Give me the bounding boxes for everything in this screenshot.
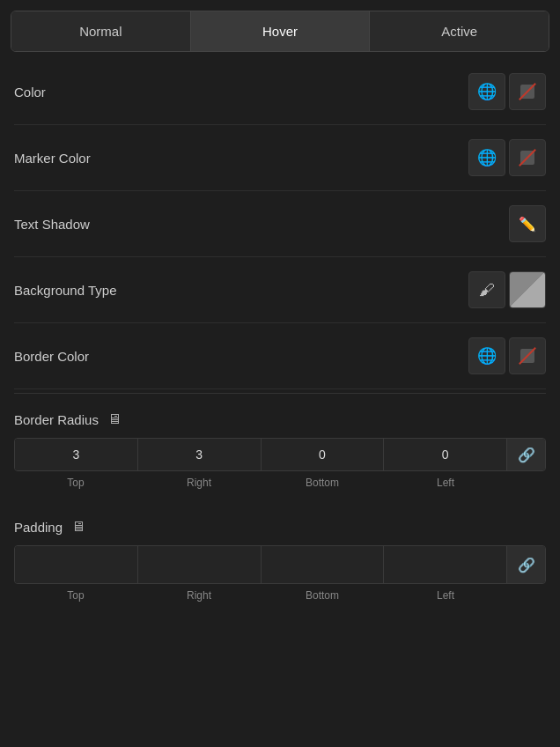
border-globe-btn[interactable]: 🌐 <box>468 337 505 374</box>
marker-color-label: Marker Color <box>14 151 91 166</box>
padding-right-input[interactable] <box>138 546 261 578</box>
tab-hover[interactable]: Hover <box>191 11 371 51</box>
marker-slash-btn[interactable] <box>509 139 546 176</box>
br-spacer <box>507 475 546 491</box>
padding-title: Padding <box>14 520 63 535</box>
padding-monitor-icon[interactable]: 🖥 <box>71 519 85 535</box>
border-radius-title: Border Radius <box>14 412 99 427</box>
padding-inputs <box>15 546 506 583</box>
border-radius-monitor-icon[interactable]: 🖥 <box>107 411 122 427</box>
border-radius-right-input[interactable] <box>138 439 261 470</box>
border-slash-icon <box>518 346 537 366</box>
border-radius-top-input[interactable] <box>15 439 137 470</box>
padding-inputs-wrapper: 🔗 <box>14 545 546 584</box>
border-slash-btn[interactable] <box>509 337 546 374</box>
padding-bottom-cell <box>262 546 385 583</box>
color-row: Color 🌐 <box>14 59 546 125</box>
pad-bottom-label: Bottom <box>261 588 384 603</box>
color-controls: 🌐 <box>468 73 546 110</box>
divider-1 <box>14 393 546 394</box>
border-radius-left-cell <box>384 439 506 470</box>
main-content: Color 🌐 Marker Color 🌐 Text Shadow ✏️ <box>0 52 560 625</box>
background-paintbrush-btn[interactable]: 🖌 <box>468 271 505 308</box>
pencil-icon: ✏️ <box>519 216 536 233</box>
border-radius-link-btn[interactable]: 🔗 <box>506 439 545 470</box>
border-radius-bottom-input[interactable] <box>262 439 384 470</box>
border-radius-inputs <box>15 439 506 470</box>
border-radius-top-cell <box>15 439 138 470</box>
background-preview[interactable] <box>509 271 546 308</box>
br-right-label: Right <box>137 475 261 491</box>
border-radius-header: Border Radius 🖥 <box>14 397 546 438</box>
text-shadow-controls: ✏️ <box>509 205 546 242</box>
padding-top-input[interactable] <box>15 546 137 578</box>
pad-top-label: Top <box>14 588 137 603</box>
border-color-row: Border Color 🌐 <box>14 323 546 389</box>
text-shadow-pencil-btn[interactable]: ✏️ <box>509 205 546 242</box>
pad-left-label: Left <box>384 588 507 603</box>
padding-link-icon: 🔗 <box>518 557 535 573</box>
background-type-controls: 🖌 <box>468 271 546 308</box>
text-shadow-label: Text Shadow <box>14 217 90 232</box>
border-radius-left-input[interactable] <box>384 439 506 470</box>
border-radius-bottom-cell <box>262 439 385 470</box>
border-globe-icon: 🌐 <box>477 346 497 366</box>
border-color-label: Border Color <box>14 349 89 364</box>
paintbrush-icon: 🖌 <box>479 281 495 300</box>
border-radius-inputs-wrapper: 🔗 <box>14 438 546 471</box>
padding-left-cell <box>384 546 506 583</box>
text-shadow-row: Text Shadow ✏️ <box>14 191 546 257</box>
padding-left-input[interactable] <box>384 546 506 578</box>
marker-color-row: Marker Color 🌐 <box>14 125 546 191</box>
marker-color-controls: 🌐 <box>468 139 546 176</box>
pad-right-label: Right <box>137 588 261 603</box>
tab-normal[interactable]: Normal <box>11 11 191 51</box>
tab-active[interactable]: Active <box>370 11 549 51</box>
padding-link-btn[interactable]: 🔗 <box>506 546 545 583</box>
link-icon: 🔗 <box>518 447 535 463</box>
border-radius-right-cell <box>138 439 262 470</box>
pad-spacer <box>507 588 546 603</box>
padding-top-cell <box>15 546 138 583</box>
br-top-label: Top <box>14 475 137 491</box>
marker-slash-icon <box>518 148 537 167</box>
padding-right-cell <box>138 546 262 583</box>
marker-globe-icon: 🌐 <box>477 148 497 167</box>
br-left-label: Left <box>384 475 507 491</box>
color-label: Color <box>14 85 46 100</box>
color-slash-btn[interactable] <box>509 73 546 110</box>
padding-labels: Top Right Bottom Left <box>14 588 546 603</box>
br-bottom-label: Bottom <box>261 475 384 491</box>
color-globe-btn[interactable]: 🌐 <box>468 73 505 110</box>
globe-icon: 🌐 <box>477 82 497 101</box>
slash-icon <box>518 82 537 101</box>
background-type-label: Background Type <box>14 283 116 298</box>
padding-bottom-input[interactable] <box>262 546 384 578</box>
border-color-controls: 🌐 <box>468 337 546 374</box>
background-type-row: Background Type 🖌 <box>14 257 546 323</box>
padding-header: Padding 🖥 <box>14 505 546 545</box>
border-radius-labels: Top Right Bottom Left <box>14 475 546 491</box>
marker-globe-btn[interactable]: 🌐 <box>468 139 505 176</box>
tab-bar: Normal Hover Active <box>11 11 549 52</box>
